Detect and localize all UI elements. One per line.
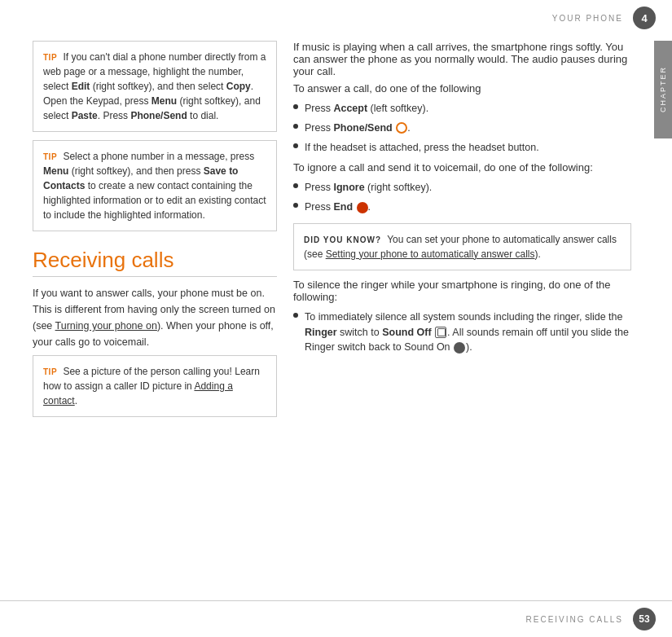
ignore-bullet-2: Press End .	[293, 200, 631, 215]
chapter-badge: 4	[633, 7, 656, 29]
tip-2-text: Select a phone number in a message, pres…	[43, 151, 266, 221]
tip-label-3: TIP	[43, 367, 57, 376]
dyk-label: DID YOU KNOW?	[304, 235, 381, 244]
tip-1-menu: Menu	[152, 95, 177, 107]
phonesend-label: Phone/Send	[333, 122, 392, 134]
left-column: TIP If you can't dial a phone number dir…	[33, 41, 277, 604]
bullet-dot	[293, 104, 298, 109]
end-button-icon	[357, 202, 368, 213]
answer-heading: To answer a call, do one of the followin…	[293, 82, 631, 94]
sound-off-icon	[435, 327, 446, 338]
answer-bullet-2: Press Phone/Send .	[293, 121, 631, 136]
section-para: If you want to answer calls, your phone …	[33, 285, 277, 350]
ignore-bullets: Press Ignore (right softkey). Press End …	[293, 180, 631, 215]
ignore-bullet-1: Press Ignore (right softkey).	[293, 180, 631, 195]
bullet-dot-3	[293, 143, 298, 148]
sound-on-icon	[454, 342, 465, 354]
ignore-bullet-dot-2	[293, 203, 298, 208]
auto-answer-link[interactable]: Setting your phone to automatically answ…	[326, 248, 535, 260]
answer-bullet-1-text: Press Accept (left softkey).	[305, 101, 428, 116]
footer-page-badge: 53	[633, 608, 656, 630]
bullet-dot-2	[293, 124, 298, 129]
answer-bullets: Press Accept (left softkey). Press Phone…	[293, 101, 631, 155]
chapter-vertical-text: CHAPTER	[659, 66, 667, 112]
section-heading: Receiving calls	[33, 248, 277, 277]
header-title: YOUR PHONE	[552, 14, 623, 23]
ignore-heading: To ignore a call and send it to voicemai…	[293, 161, 631, 174]
top-header: YOUR PHONE 4	[0, 0, 672, 33]
tip-box-3: TIP See a picture of the person calling …	[33, 355, 277, 417]
tip-1-paste: Paste	[72, 110, 98, 121]
silence-heading: To silence the ringer while your smartph…	[293, 279, 631, 303]
phone-send-icon	[396, 122, 407, 134]
ignore-bullet-dot-1	[293, 183, 298, 188]
sound-off-label: Sound Off	[382, 327, 431, 338]
silence-bullet-dot	[293, 313, 298, 318]
tip-label-2: TIP	[43, 152, 57, 161]
ignore-label: Ignore	[333, 182, 364, 193]
accept-label: Accept	[333, 103, 367, 114]
ignore-bullet-1-text: Press Ignore (right softkey).	[305, 180, 432, 195]
ringer-label: Ringer	[305, 327, 337, 338]
tip-1-copy: Copy	[226, 81, 251, 92]
silence-bullets: To immediately silence all system sounds…	[293, 310, 631, 355]
right-column: If music is playing when a call arrives,…	[293, 41, 631, 604]
turning-your-phone-link[interactable]: Turning your phone on	[55, 320, 157, 332]
bottom-footer: RECEIVING CALLS 53	[0, 600, 672, 637]
answer-bullet-1: Press Accept (left softkey).	[293, 101, 631, 116]
ignore-bullet-2-text: Press End .	[305, 200, 371, 215]
section-body: If you want to answer calls, your phone …	[33, 285, 277, 350]
tip-1-text: If you can't dial a phone number directl…	[43, 51, 266, 121]
tip-1-edit: Edit	[72, 81, 90, 92]
tip-label-1: TIP	[43, 53, 57, 62]
right-intro: If music is playing when a call arrives,…	[293, 41, 631, 77]
chapter-sidebar: CHAPTER	[654, 41, 672, 138]
tip-2-save: Save to Contacts	[43, 165, 238, 191]
end-label: End	[333, 201, 353, 213]
silence-bullet-1: To immediately silence all system sounds…	[293, 310, 631, 355]
silence-bullet-1-text: To immediately silence all system sounds…	[305, 310, 631, 355]
tip-2-menu: Menu	[43, 165, 68, 177]
adding-contact-link[interactable]: Adding a contact	[43, 380, 233, 406]
answer-bullet-2-text: Press Phone/Send .	[305, 121, 411, 136]
did-you-know-box: DID YOU KNOW? You can set your phone to …	[293, 223, 631, 270]
answer-bullet-3: If the headset is attached, press the he…	[293, 140, 631, 156]
tip-1-phonesend: Phone/Send	[130, 110, 187, 121]
footer-text: RECEIVING CALLS	[526, 615, 623, 624]
tip-3-text: See a picture of the person calling you!…	[43, 366, 260, 406]
main-content: TIP If you can't dial a phone number dir…	[0, 33, 672, 613]
tip-box-2: TIP Select a phone number in a message, …	[33, 140, 277, 231]
tip-box-1: TIP If you can't dial a phone number dir…	[33, 41, 277, 132]
answer-bullet-3-text: If the headset is attached, press the he…	[305, 140, 539, 156]
